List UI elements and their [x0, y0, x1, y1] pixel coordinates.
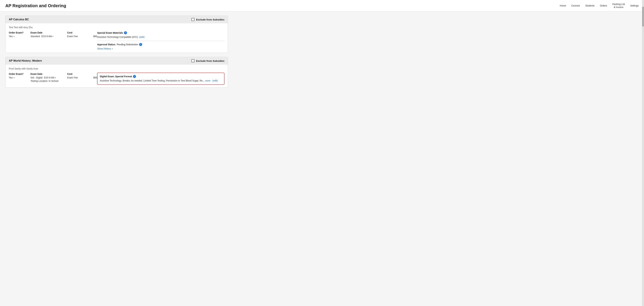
- page-header: AP Registration and Ordering Home Course…: [0, 0, 644, 12]
- exclude-label-2: Exclude from Subsidies: [196, 60, 224, 62]
- cost-type-1: Exam Fee: [67, 35, 78, 38]
- ap-calculus-body: Test Test with Amy Zhu Order Exam? Yes ▾…: [6, 23, 228, 53]
- approval-status-1: Pending Submission: [117, 43, 138, 46]
- ap-calculus-header: AP Calculus BC Exclude from Subsidies: [6, 16, 228, 23]
- order-exam-label-1: Order Exam?: [9, 31, 30, 34]
- digital-special-format-box: Digital Exam: Special Format ? Assistive…: [97, 73, 224, 85]
- exam-date-type-2: Std - Digital: [30, 76, 42, 79]
- nav-home[interactable]: Home: [560, 4, 566, 7]
- special-edit-link-1[interactable]: (edit): [139, 36, 144, 38]
- cost-label-2: Cost: [67, 73, 97, 75]
- ap-world-history-card: AP World History: Modern Exclude from Su…: [5, 57, 228, 88]
- exam-date-time-2: 5/15 8 AM ▾: [44, 76, 56, 79]
- exam-date-group-1: Standard 5/13 8 AM ▾: [30, 35, 67, 38]
- order-exam-label-2: Order Exam?: [9, 73, 30, 75]
- exam-date-col-1: Exam Date Standard 5/13 8 AM ▾: [30, 31, 67, 38]
- digital-special-help-icon[interactable]: ?: [133, 75, 136, 78]
- exam-date-col-2: Exam Date Std - Digital 5/15 8 AM ▾ Test…: [30, 73, 67, 82]
- exam-location-row: Testing Location: In School: [30, 80, 67, 82]
- exam-date-group-2: Std - Digital 5/15 8 AM ▾ Testing Locati…: [30, 76, 67, 82]
- exclude-checkbox-1[interactable]: [192, 18, 194, 21]
- order-exam-dropdown-icon-2[interactable]: ▾: [14, 77, 14, 78]
- ap-calculus-title: AP Calculus BC: [9, 18, 29, 21]
- cost-col-1: Cost Exam Fee $89: [67, 31, 97, 38]
- cost-amount-1: $89: [93, 35, 97, 38]
- exam-date-dropdown-icon-2[interactable]: ▾: [55, 77, 56, 78]
- digital-special-edit-link[interactable]: (edit): [212, 79, 218, 82]
- main-content: AP Calculus BC Exclude from Subsidies Te…: [0, 12, 233, 96]
- nav-packing-list[interactable]: Packing List& Invoice: [612, 3, 625, 9]
- exam-date-type-1: Standard: [30, 35, 40, 38]
- special-help-icon-1[interactable]: ?: [124, 31, 127, 34]
- scrollbar[interactable]: [642, 0, 644, 96]
- scrollbar-thumb[interactable]: [642, 7, 644, 27]
- cost-label-1: Cost: [67, 31, 97, 34]
- exclude-label-1: Exclude from Subsidies: [196, 18, 224, 21]
- cost-row-1: Exam Fee $89: [67, 35, 97, 38]
- divider-1: [97, 41, 224, 41]
- nav-students[interactable]: Students: [585, 4, 594, 7]
- cost-amount-2: $89: [93, 76, 97, 79]
- main-nav: Home Courses Students Orders Packing Lis…: [560, 3, 639, 9]
- order-exam-dropdown-icon-1[interactable]: ▾: [14, 36, 14, 37]
- order-exam-value-1: Yes ▾: [9, 35, 30, 38]
- exam-date-row-1: Standard 5/13 8 AM ▾: [30, 35, 67, 38]
- exam-date-row-2: Std - Digital 5/15 8 AM ▾: [30, 76, 67, 79]
- cost-row-2: Exam Fee $89: [67, 76, 97, 79]
- exclude-checkbox-2[interactable]: [192, 59, 194, 62]
- exam-date-time-1: 5/13 8 AM ▾: [41, 35, 53, 38]
- order-exam-col-2: Order Exam? Yes ▾: [9, 73, 30, 79]
- cost-type-2: Exam Fee: [67, 76, 78, 79]
- special-col-2: Digital Exam: Special Format ? Assistive…: [97, 73, 224, 85]
- nav-settings[interactable]: Settings: [630, 4, 639, 7]
- nav-courses[interactable]: Courses: [571, 4, 580, 7]
- approval-label-1: Approval Status: Pending Submission ?: [97, 43, 224, 46]
- exam-date-label-1: Exam Date: [30, 31, 67, 34]
- show-history-plus-icon-1: +: [112, 47, 113, 50]
- ap-calculus-card: AP Calculus BC Exclude from Subsidies Te…: [5, 16, 228, 53]
- special-more-link[interactable]: more: [205, 79, 210, 82]
- exam-date-label-2: Exam Date: [30, 73, 67, 75]
- ap-calculus-student: Test Test with Amy Zhu: [9, 26, 224, 29]
- exam-date-dropdown-icon-1[interactable]: ▾: [52, 36, 53, 37]
- exclude-subsidies-1: Exclude from Subsidies: [192, 18, 224, 21]
- exam-location-2: Testing Location: In School: [30, 80, 58, 82]
- approval-section-1: Approval Status: Pending Submission ? Sh…: [97, 43, 224, 50]
- order-exam-value-2: Yes ▾: [9, 76, 30, 79]
- order-exam-col-1: Order Exam? Yes ▾: [9, 31, 30, 38]
- show-history-button-1[interactable]: Show History +: [97, 47, 224, 50]
- ap-world-history-title: AP World History: Modern: [9, 59, 42, 62]
- ap-world-history-exam-row: Order Exam? Yes ▾ Exam Date Std - Digita…: [9, 73, 224, 85]
- special-label-1: Special Exam Materials ?: [97, 31, 224, 34]
- cost-col-2: Cost Exam Fee $89: [67, 73, 97, 79]
- digital-special-label: Digital Exam: Special Format ?: [100, 75, 222, 78]
- ap-world-history-student: Prod Sanity with Sanity Auto: [9, 67, 224, 70]
- special-col-1: Special Exam Materials ? Assistive Techn…: [97, 31, 224, 50]
- approval-help-icon-1[interactable]: ?: [139, 43, 142, 46]
- digital-special-text: Assistive Technology, Breaks: As needed,…: [100, 79, 222, 82]
- ap-world-history-header: AP World History: Modern Exclude from Su…: [6, 57, 228, 65]
- exclude-subsidies-2: Exclude from Subsidies: [192, 59, 224, 62]
- special-value-1: Assistive Technology Compatible (ATC) (e…: [97, 35, 224, 39]
- nav-orders[interactable]: Orders: [600, 4, 607, 7]
- ap-world-history-body: Prod Sanity with Sanity Auto Order Exam?…: [6, 65, 228, 88]
- ap-calculus-exam-row: Order Exam? Yes ▾ Exam Date Standard 5/1…: [9, 31, 224, 50]
- page-title: AP Registration and Ordering: [5, 3, 66, 8]
